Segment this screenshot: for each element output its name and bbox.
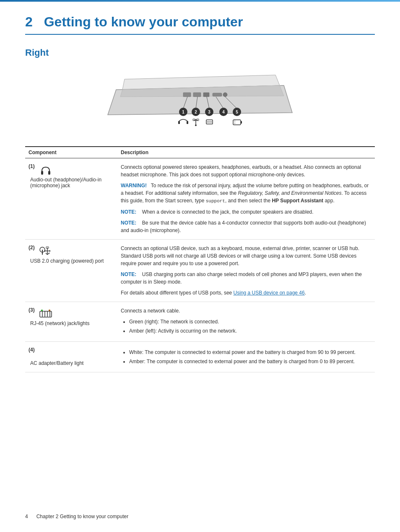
section-title: Right [25,47,375,58]
comp-desc-1: Connects optional powered stereo speaker… [117,158,375,240]
svg-rect-38 [41,171,43,175]
col-header-component: Component [25,147,117,158]
bullet-item: Amber (left): Activity is occurring on t… [129,327,371,335]
component-num-icon-2: (2) [29,245,114,258]
component-num-icon-4: (4) [29,347,114,360]
comp-desc-3: Connects a network cable. Green (right):… [117,302,375,341]
table-header: Component Description [25,147,375,158]
comp-desc-2: Connects an optional USB device, such as… [117,239,375,302]
footer-page-number: 4 [25,514,28,519]
comp-name-1: Audio-out (headphone)/Audio-in(microphon… [29,177,114,189]
chapter-title: 2 Getting to know your computer [25,14,375,35]
comp-icon-usb: + [39,245,52,258]
table-row: (3) [25,302,375,341]
svg-text:1: 1 [182,110,184,114]
svg-rect-23 [178,121,180,124]
desc-1-note2: NOTE: Be sure that the device cable has … [121,219,371,234]
comp-icon-headphone [39,163,52,177]
bullet-item: Green (right): The network is connected. [129,318,371,325]
component-cell-2: (2) [25,239,117,302]
svg-text:+: + [48,251,50,255]
svg-text:4: 4 [222,110,225,114]
comp-icon-battery [39,347,52,360]
svg-text:2: 2 [195,110,197,114]
bullet-item: Amber: The computer is connected to exte… [129,358,371,365]
svg-rect-35 [233,120,241,125]
component-num-icon-3: (3) [29,307,114,320]
table-row: (1) Audio-out (headphone)/Audio-in(micro… [25,158,375,240]
svg-rect-3 [183,93,191,97]
laptop-diagram-area: 1 2 3 4 5 [25,67,375,138]
desc-2-plain: Connects an optional USB device, such as… [121,245,371,267]
comp-number-2: (2) [29,245,35,251]
table-row: (4) AC adapter/Battery light White: The … [25,341,375,372]
component-cell-4: (4) AC adapter/Battery light [25,341,117,372]
svg-point-56 [49,310,50,311]
svg-rect-39 [48,171,50,175]
svg-text:5: 5 [236,110,238,114]
svg-point-55 [41,310,43,311]
desc-2-note: NOTE: USB charging ports can also charge… [121,271,371,286]
comp-name-2: USB 2.0 charging (powered) port [29,258,114,264]
table-row: (2) [25,239,375,302]
bullet-item: White: The computer is connected to exte… [129,349,371,356]
desc-1-plain: Connects optional powered stereo speaker… [121,163,371,178]
svg-point-29 [195,124,197,126]
svg-rect-24 [187,121,188,124]
svg-rect-6 [213,93,222,96]
desc-3-bullets: Green (right): The network is connected.… [121,318,371,335]
comp-number-4: (4) [29,347,35,353]
component-num-icon-1: (1) [29,163,114,177]
col-header-description: Description [117,147,375,158]
chapter-number: 2 [25,14,33,29]
usb-device-link[interactable]: Using a USB device on page 46 [234,290,305,296]
italic-notice: Regulatory, Safety, and Environmental No… [238,190,342,196]
comp-name-3: RJ-45 (network) jack/lights [29,320,114,326]
note-label-2: NOTE: [121,220,136,226]
comp-number-3: (3) [29,307,35,313]
comp-name-4: AC adapter/Battery light [29,360,114,366]
note-label-3: NOTE: [121,271,136,277]
laptop-diagram-svg: 1 2 3 4 5 [99,67,301,138]
desc-3-plain: Connects a network cable. [121,307,371,315]
footer-chapter-text: Chapter 2 Getting to know your computer [36,514,128,519]
code-support: support [206,199,225,204]
comp-desc-4: White: The computer is connected to exte… [117,341,375,372]
svg-rect-36 [241,121,242,124]
svg-rect-30 [206,120,213,124]
component-cell-1: (1) Audio-out (headphone)/Audio-in(micro… [25,158,117,240]
desc-1-note1: NOTE: When a device is connected to the … [121,208,371,216]
page-footer: 4 Chapter 2 Getting to know your compute… [25,514,375,519]
warning-label-1: WARNING! [121,183,147,189]
components-table: Component Description (1) [25,146,375,372]
desc-1-warning: WARNING! To reduce the risk of personal … [121,182,371,205]
desc-2-link: For details about different types of USB… [121,289,371,297]
component-cell-3: (3) [25,302,117,341]
chapter-title-text: Getting to know your computer [44,14,243,29]
desc-4-bullets: White: The computer is connected to exte… [121,349,371,365]
bold-hp-assistant: HP Support Assistant [272,198,323,204]
comp-number-1: (1) [29,163,35,169]
svg-text:3: 3 [208,110,210,114]
svg-rect-4 [193,93,201,97]
svg-rect-5 [203,93,209,97]
comp-icon-network [39,307,52,320]
svg-point-7 [223,93,227,97]
note-label-1: NOTE: [121,209,136,215]
